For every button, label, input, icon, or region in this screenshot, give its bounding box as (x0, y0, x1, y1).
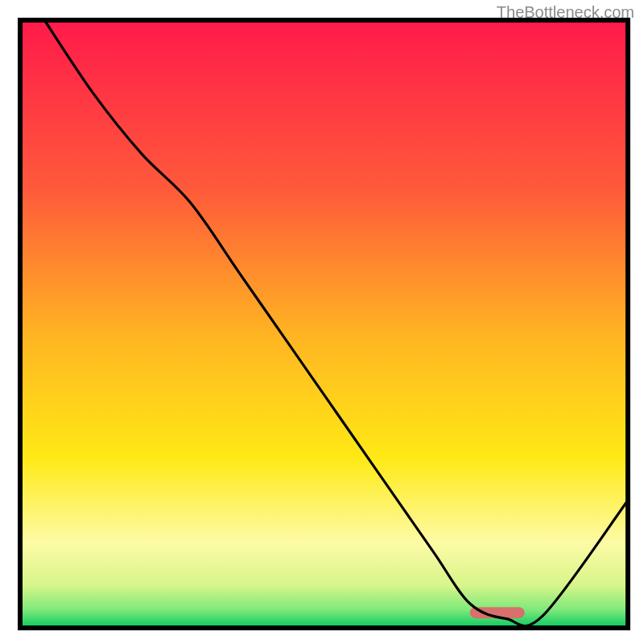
watermark-text: TheBottleneck.com (497, 3, 634, 22)
chart-svg (0, 0, 644, 644)
bottleneck-chart (0, 0, 644, 644)
plot-background (20, 20, 628, 628)
